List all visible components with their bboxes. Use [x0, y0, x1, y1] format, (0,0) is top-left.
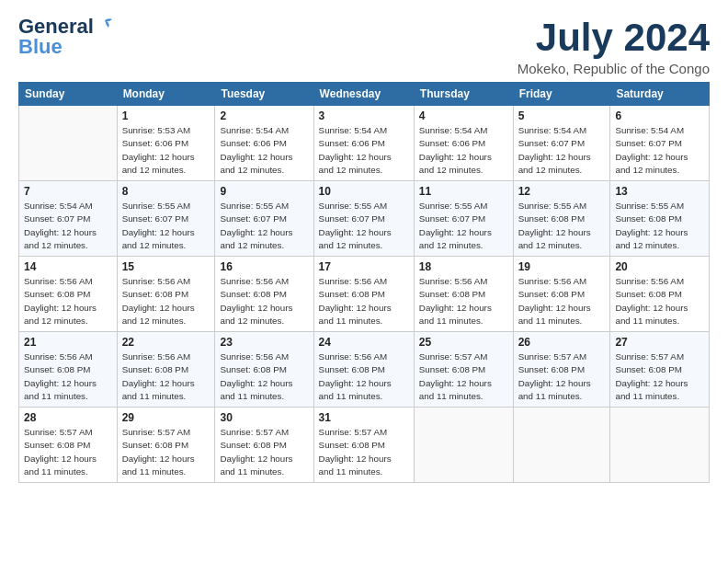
day-number: 8 — [122, 185, 210, 198]
day-number: 7 — [24, 185, 112, 198]
col-friday: Friday — [513, 83, 610, 106]
day-cell: 3Sunrise: 5:54 AM Sunset: 6:06 PM Daylig… — [313, 106, 414, 181]
day-cell — [414, 408, 513, 483]
day-info: Sunrise: 5:56 AM Sunset: 6:08 PM Dayligh… — [24, 350, 112, 403]
day-cell: 28Sunrise: 5:57 AM Sunset: 6:08 PM Dayli… — [19, 408, 118, 483]
day-number: 20 — [615, 260, 704, 273]
day-info: Sunrise: 5:56 AM Sunset: 6:08 PM Dayligh… — [24, 275, 112, 327]
day-cell: 20Sunrise: 5:56 AM Sunset: 6:08 PM Dayli… — [610, 257, 710, 332]
logo: General Blue — [18, 17, 116, 57]
day-number: 16 — [220, 260, 308, 273]
day-cell: 30Sunrise: 5:57 AM Sunset: 6:08 PM Dayli… — [215, 408, 313, 483]
title-block: July 2024 Mokeko, Republic of the Congo — [518, 17, 710, 76]
week-row-3: 14Sunrise: 5:56 AM Sunset: 6:08 PM Dayli… — [19, 257, 710, 332]
col-wednesday: Wednesday — [313, 83, 414, 106]
day-info: Sunrise: 5:55 AM Sunset: 6:07 PM Dayligh… — [220, 200, 308, 252]
calendar-table: Sunday Monday Tuesday Wednesday Thursday… — [18, 82, 710, 483]
day-cell: 1Sunrise: 5:53 AM Sunset: 6:06 PM Daylig… — [117, 106, 215, 181]
day-info: Sunrise: 5:55 AM Sunset: 6:07 PM Dayligh… — [319, 200, 409, 252]
day-number: 17 — [319, 260, 409, 273]
col-thursday: Thursday — [414, 83, 513, 106]
day-number: 15 — [122, 260, 210, 273]
day-info: Sunrise: 5:57 AM Sunset: 6:08 PM Dayligh… — [518, 350, 606, 403]
month-title: July 2024 — [518, 17, 710, 59]
week-row-5: 28Sunrise: 5:57 AM Sunset: 6:08 PM Dayli… — [19, 408, 710, 483]
day-info: Sunrise: 5:57 AM Sunset: 6:08 PM Dayligh… — [24, 426, 112, 478]
day-info: Sunrise: 5:56 AM Sunset: 6:08 PM Dayligh… — [220, 350, 308, 403]
day-cell: 17Sunrise: 5:56 AM Sunset: 6:08 PM Dayli… — [313, 257, 414, 332]
week-row-2: 7Sunrise: 5:54 AM Sunset: 6:07 PM Daylig… — [19, 181, 710, 257]
day-number: 26 — [518, 336, 606, 349]
day-info: Sunrise: 5:57 AM Sunset: 6:08 PM Dayligh… — [615, 350, 704, 403]
day-cell: 10Sunrise: 5:55 AM Sunset: 6:07 PM Dayli… — [313, 181, 414, 257]
week-row-4: 21Sunrise: 5:56 AM Sunset: 6:08 PM Dayli… — [19, 332, 710, 408]
day-info: Sunrise: 5:54 AM Sunset: 6:07 PM Dayligh… — [615, 124, 704, 177]
day-info: Sunrise: 5:57 AM Sunset: 6:08 PM Dayligh… — [122, 426, 210, 478]
col-tuesday: Tuesday — [215, 83, 313, 106]
day-info: Sunrise: 5:54 AM Sunset: 6:07 PM Dayligh… — [24, 200, 112, 252]
day-cell — [513, 408, 610, 483]
day-cell — [19, 106, 118, 181]
day-cell: 4Sunrise: 5:54 AM Sunset: 6:06 PM Daylig… — [414, 106, 513, 181]
day-cell: 8Sunrise: 5:55 AM Sunset: 6:07 PM Daylig… — [117, 181, 215, 257]
day-info: Sunrise: 5:56 AM Sunset: 6:08 PM Dayligh… — [220, 275, 308, 327]
day-info: Sunrise: 5:54 AM Sunset: 6:06 PM Dayligh… — [319, 124, 409, 177]
day-cell: 27Sunrise: 5:57 AM Sunset: 6:08 PM Dayli… — [610, 332, 710, 408]
day-info: Sunrise: 5:56 AM Sunset: 6:08 PM Dayligh… — [122, 275, 210, 327]
day-number: 22 — [122, 336, 210, 349]
col-saturday: Saturday — [610, 83, 710, 106]
day-cell: 2Sunrise: 5:54 AM Sunset: 6:06 PM Daylig… — [215, 106, 313, 181]
location: Mokeko, Republic of the Congo — [518, 61, 710, 76]
day-cell — [610, 408, 710, 483]
day-cell: 23Sunrise: 5:56 AM Sunset: 6:08 PM Dayli… — [215, 332, 313, 408]
day-info: Sunrise: 5:55 AM Sunset: 6:07 PM Dayligh… — [122, 200, 210, 252]
day-number: 24 — [319, 336, 409, 349]
header: General Blue July 2024 Mokeko, Republic … — [18, 17, 710, 76]
day-number: 28 — [24, 411, 112, 424]
day-cell: 21Sunrise: 5:56 AM Sunset: 6:08 PM Dayli… — [19, 332, 118, 408]
day-number: 6 — [615, 109, 704, 122]
logo-blue: Blue — [18, 37, 63, 57]
day-cell: 22Sunrise: 5:56 AM Sunset: 6:08 PM Dayli… — [117, 332, 215, 408]
day-cell: 13Sunrise: 5:55 AM Sunset: 6:08 PM Dayli… — [610, 181, 710, 257]
day-cell: 19Sunrise: 5:56 AM Sunset: 6:08 PM Dayli… — [513, 257, 610, 332]
day-cell: 11Sunrise: 5:55 AM Sunset: 6:07 PM Dayli… — [414, 181, 513, 257]
col-monday: Monday — [117, 83, 215, 106]
day-info: Sunrise: 5:57 AM Sunset: 6:08 PM Dayligh… — [220, 426, 308, 478]
day-number: 11 — [419, 185, 508, 198]
day-number: 25 — [419, 336, 508, 349]
day-info: Sunrise: 5:54 AM Sunset: 6:06 PM Dayligh… — [220, 124, 308, 177]
logo-bird-icon — [96, 17, 116, 37]
day-number: 9 — [220, 185, 308, 198]
day-info: Sunrise: 5:56 AM Sunset: 6:08 PM Dayligh… — [518, 275, 606, 327]
day-cell: 18Sunrise: 5:56 AM Sunset: 6:08 PM Dayli… — [414, 257, 513, 332]
day-cell: 25Sunrise: 5:57 AM Sunset: 6:08 PM Dayli… — [414, 332, 513, 408]
day-number: 27 — [615, 336, 704, 349]
day-number: 14 — [24, 260, 112, 273]
day-info: Sunrise: 5:57 AM Sunset: 6:08 PM Dayligh… — [319, 426, 409, 478]
day-number: 18 — [419, 260, 508, 273]
day-cell: 16Sunrise: 5:56 AM Sunset: 6:08 PM Dayli… — [215, 257, 313, 332]
day-number: 1 — [122, 109, 210, 122]
day-number: 21 — [24, 336, 112, 349]
day-number: 12 — [518, 185, 606, 198]
day-cell: 31Sunrise: 5:57 AM Sunset: 6:08 PM Dayli… — [313, 408, 414, 483]
day-info: Sunrise: 5:56 AM Sunset: 6:08 PM Dayligh… — [122, 350, 210, 403]
day-info: Sunrise: 5:57 AM Sunset: 6:08 PM Dayligh… — [419, 350, 508, 403]
col-sunday: Sunday — [19, 83, 118, 106]
day-cell: 5Sunrise: 5:54 AM Sunset: 6:07 PM Daylig… — [513, 106, 610, 181]
day-info: Sunrise: 5:56 AM Sunset: 6:08 PM Dayligh… — [615, 275, 704, 327]
day-cell: 9Sunrise: 5:55 AM Sunset: 6:07 PM Daylig… — [215, 181, 313, 257]
day-cell: 26Sunrise: 5:57 AM Sunset: 6:08 PM Dayli… — [513, 332, 610, 408]
day-number: 2 — [220, 109, 308, 122]
day-cell: 6Sunrise: 5:54 AM Sunset: 6:07 PM Daylig… — [610, 106, 710, 181]
day-cell: 15Sunrise: 5:56 AM Sunset: 6:08 PM Dayli… — [117, 257, 215, 332]
day-number: 10 — [319, 185, 409, 198]
day-number: 4 — [419, 109, 508, 122]
day-info: Sunrise: 5:54 AM Sunset: 6:06 PM Dayligh… — [419, 124, 508, 177]
day-number: 13 — [615, 185, 704, 198]
day-info: Sunrise: 5:55 AM Sunset: 6:07 PM Dayligh… — [419, 200, 508, 252]
day-number: 3 — [319, 109, 409, 122]
day-number: 5 — [518, 109, 606, 122]
day-cell: 29Sunrise: 5:57 AM Sunset: 6:08 PM Dayli… — [117, 408, 215, 483]
